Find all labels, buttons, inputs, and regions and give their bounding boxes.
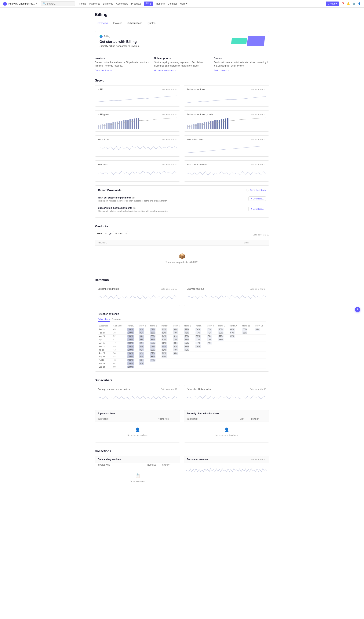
cohort-cell <box>194 365 206 369</box>
top-sub-empty-icon: 👤 <box>135 427 140 433</box>
cohort-cell <box>138 365 149 369</box>
svg-rect-34 <box>216 120 218 129</box>
chart-new-trials: New trials Data as of Mar 27 <box>95 160 180 182</box>
download-mrr-button[interactable]: ⬇ Download... <box>248 197 266 201</box>
cohort-cell: 100% <box>126 362 138 365</box>
chart-churn-title: Subscriber churn rate <box>98 288 119 290</box>
create-button[interactable]: Create ▾ <box>326 1 339 6</box>
cohort-cell <box>194 355 206 359</box>
report-mrr-info-icon[interactable]: i <box>132 197 135 199</box>
nav-link-billing[interactable]: Billing <box>144 1 153 6</box>
nav-link-products[interactable]: Products <box>131 1 141 6</box>
products-groupby-select[interactable]: Product <box>113 231 128 236</box>
svg-rect-21 <box>189 125 190 129</box>
cohort-cell <box>206 352 217 355</box>
products-section: MRR by Product Data as of Mar 27 PRODUCT… <box>95 231 269 271</box>
growth-section-header: Growth <box>95 77 269 82</box>
report-downloads-header: Report Downloads 💬 Send Feedback <box>98 189 266 192</box>
search-container: 🔍 <box>41 1 75 6</box>
download-sub-metrics-button[interactable]: ⬇ Download... <box>248 207 266 211</box>
user-icon[interactable]: 👤 <box>358 2 361 5</box>
svg-rect-28 <box>204 122 205 129</box>
outstanding-empty-text: No invoices due. <box>130 480 145 482</box>
churned-subscribers-table: Recently churned subscribers CUSTOMER MR… <box>184 410 269 442</box>
svg-rect-36 <box>221 119 222 129</box>
tab-quotes[interactable]: Quotes <box>145 20 158 26</box>
cohort-cell: Jan 23 <box>98 328 112 331</box>
report-mrr-title: MRR per subscriber per month i <box>98 197 168 199</box>
cohort-cell <box>172 355 183 359</box>
nav-link-customers[interactable]: Customers <box>116 1 128 6</box>
cohort-cell: Jul 23 <box>98 348 112 352</box>
chart-trial-conv-title: Trial conversion rate <box>187 163 207 166</box>
cohort-th-m3: Month 3 <box>149 324 160 328</box>
outstanding-col-age: INVOICE AGE <box>98 464 147 466</box>
cohort-cell: 77% <box>183 341 194 345</box>
products-by-label: by <box>109 232 112 235</box>
help-icon[interactable]: ❓ <box>341 2 344 5</box>
top-sub-empty: 👤 No active subscribers <box>95 422 180 442</box>
cohort-cell: 88% <box>149 335 160 338</box>
bell-icon[interactable]: 🔔 <box>347 2 350 5</box>
cohort-cell: 66% <box>241 328 254 331</box>
tab-invoices[interactable]: Invoices <box>110 20 125 26</box>
cohort-tab-revenue[interactable]: Revenue <box>112 317 121 322</box>
churned-sub-col-mrr: MRR <box>240 418 251 420</box>
cohort-cell: 92% <box>138 352 149 355</box>
cohort-cell <box>217 341 228 345</box>
brand-name: Pipply by Chamber Na... <box>8 2 35 5</box>
cohort-cell <box>228 338 241 341</box>
svg-rect-1 <box>100 125 101 129</box>
search-input[interactable] <box>47 2 73 5</box>
report-sub-metrics-info-icon[interactable]: i <box>133 207 136 209</box>
floating-action-button[interactable]: + <box>355 307 360 312</box>
cohort-cell <box>206 365 217 369</box>
feature-invoices-link[interactable]: Go to invoices → <box>95 69 112 72</box>
outstanding-col-invoices: INVOICES <box>147 464 162 466</box>
churned-sub-col-reason: REASON <box>251 418 266 420</box>
cohort-cell: 100% <box>126 359 138 362</box>
cohort-cell: 72% <box>194 338 206 341</box>
cohort-cell <box>217 362 228 365</box>
nav-logo[interactable]: Pipply by Chamber Na... ▼ <box>3 2 38 6</box>
products-empty-icon: 📦 <box>179 253 185 259</box>
tab-subscriptions[interactable]: Subscriptions <box>125 20 145 26</box>
send-feedback-button[interactable]: 💬 Send Feedback <box>246 189 266 192</box>
svg-rect-6 <box>110 123 112 129</box>
growth-charts-row2: MRR growth Data as of Mar 27 <box>95 110 269 132</box>
banner-content: Billing Get started with Billing Simplif… <box>99 35 140 47</box>
tab-overview[interactable]: Overview <box>95 20 110 26</box>
products-col-product: PRODUCT <box>98 241 244 244</box>
subscriber-charts: Average revenue per subscriber Data as o… <box>95 385 269 406</box>
cohort-cell: 100% <box>126 352 138 355</box>
nav-link-payments[interactable]: Payments <box>89 1 100 6</box>
products-metric-select[interactable]: MRR <box>95 231 107 236</box>
feature-subscriptions-link[interactable]: Go to subscriptions → <box>154 69 177 72</box>
cohort-cell <box>217 359 228 362</box>
svg-rect-11 <box>121 121 122 129</box>
nav-link-home[interactable]: Home <box>79 1 86 6</box>
nav-link-balances[interactable]: Balances <box>103 1 113 6</box>
chart-churned-rev-header: Churned revenue Data as of Mar 27 <box>187 288 266 290</box>
banner-logo-icon <box>99 35 103 38</box>
cohort-tab-subscribers[interactable]: Subscribers <box>98 317 110 322</box>
subscribers-section: Average revenue per subscriber Data as o… <box>95 385 269 442</box>
report-item-mrr-per-sub: MRR per subscriber per month i This repo… <box>98 194 266 204</box>
svg-rect-27 <box>202 123 203 129</box>
outstanding-title: Outstanding invoices <box>98 458 121 461</box>
cohort-cell <box>183 352 194 355</box>
chart-new-trials-area <box>98 168 177 179</box>
nav-link-more[interactable]: More ▾ <box>180 1 187 6</box>
svg-rect-38 <box>225 118 226 129</box>
recovered-revenue-card: Recovered revenue Data as of Mar 27 <box>184 456 269 488</box>
feature-card-subscriptions: Subscriptions Start accepting recurring … <box>154 57 210 72</box>
gear-icon[interactable]: ⚙️ <box>352 2 355 5</box>
feature-quotes-link[interactable]: Go to quotes → <box>214 69 230 72</box>
chart-new-sub-header: New subscribers Data as of Mar 27 <box>187 138 266 141</box>
nav-link-connect[interactable]: Connect <box>168 1 177 6</box>
cohort-cell: 100% <box>126 331 138 335</box>
cohort-cell: 79% <box>172 331 183 335</box>
nav-link-reports[interactable]: Reports <box>156 1 165 6</box>
chart-churned-rev-date: Data as of Mar 27 <box>250 288 266 290</box>
top-sub-header: Top subscribers <box>95 410 180 417</box>
